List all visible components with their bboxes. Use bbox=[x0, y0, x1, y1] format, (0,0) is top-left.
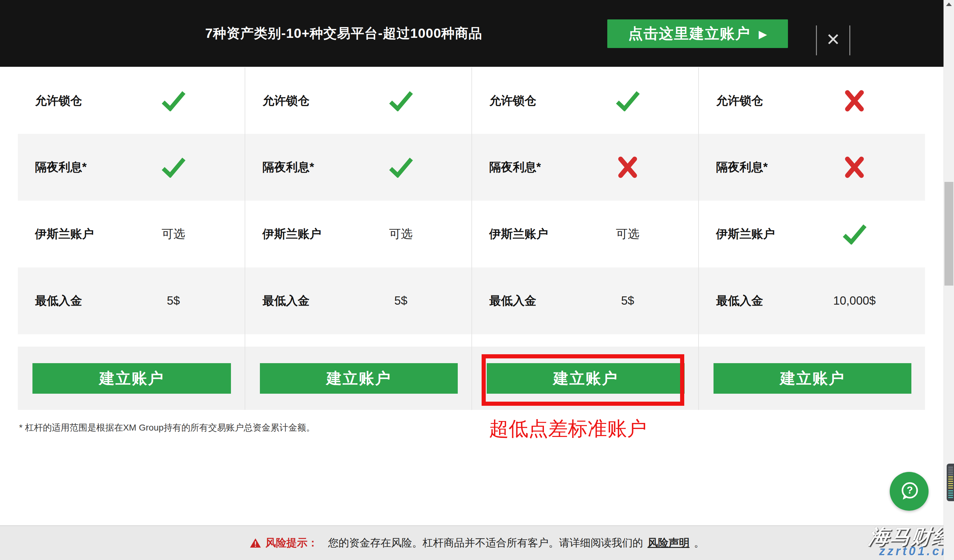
feature-label: 隔夜利息* bbox=[262, 159, 314, 175]
check-icon bbox=[388, 157, 414, 178]
warning-icon bbox=[250, 538, 261, 548]
feature-row: 隔夜利息* bbox=[699, 134, 925, 201]
feature-row: 允许锁仓 bbox=[18, 67, 245, 134]
feature-value: 5$ bbox=[167, 294, 180, 308]
check-icon bbox=[388, 90, 414, 111]
create-account-button[interactable]: 建立账户 bbox=[33, 363, 231, 394]
scroll-markers-widget[interactable] bbox=[947, 464, 954, 501]
feature-value: 可选 bbox=[162, 226, 185, 242]
feature-value: 5$ bbox=[394, 294, 407, 308]
feature-value: 10,000$ bbox=[833, 294, 876, 308]
risk-label: 风险提示： bbox=[266, 536, 318, 550]
cross-icon bbox=[845, 90, 864, 112]
feature-label: 最低入金 bbox=[489, 293, 536, 309]
feature-value bbox=[388, 90, 414, 111]
cross-icon bbox=[845, 156, 864, 178]
feature-label: 最低入金 bbox=[262, 293, 310, 309]
feature-value: 5$ bbox=[621, 294, 634, 308]
annotation-text: 超低点差标准账户 bbox=[489, 415, 647, 442]
feature-row: 伊斯兰账户 可选 bbox=[18, 201, 245, 268]
page: 7种资产类别-10+种交易平台-超过1000种商品 点击这里建立账户 ▶ ✕ 允… bbox=[0, 0, 954, 560]
row-gap bbox=[18, 334, 245, 347]
feature-label: 隔夜利息* bbox=[489, 159, 541, 175]
cta-label: 点击这里建立账户 bbox=[628, 24, 750, 44]
feature-value bbox=[845, 156, 864, 178]
row-gap bbox=[699, 334, 925, 347]
feature-row: 伊斯兰账户 bbox=[699, 201, 925, 268]
feature-label: 隔夜利息* bbox=[716, 159, 768, 175]
accounts-comparison-table: 允许锁仓 隔夜利息* 伊斯兰账户 可选 最低入金 5$ 建立账户 允许锁仓 bbox=[18, 67, 925, 410]
feature-label: 伊斯兰账户 bbox=[35, 226, 94, 242]
risk-statement-link[interactable]: 风险声明 bbox=[648, 536, 690, 550]
feature-label: 伊斯兰账户 bbox=[262, 226, 321, 242]
risk-text-end: 。 bbox=[694, 536, 705, 550]
divider bbox=[816, 25, 817, 55]
feature-row: 最低入金 5$ bbox=[245, 268, 471, 334]
account-column-2: 允许锁仓 隔夜利息* 伊斯兰账户 可选 最低入金 5$ 建立账户 bbox=[245, 67, 471, 410]
feature-value: 可选 bbox=[616, 226, 639, 242]
account-column-3: 允许锁仓 隔夜利息* 伊斯兰账户 可选 最低入金 5$ 建立账户 bbox=[471, 67, 698, 410]
feature-label: 允许锁仓 bbox=[262, 93, 310, 109]
promo-banner: 7种资产类别-10+种交易平台-超过1000种商品 点击这里建立账户 ▶ ✕ bbox=[0, 0, 954, 67]
feature-label: 最低入金 bbox=[716, 293, 763, 309]
check-icon bbox=[161, 157, 186, 178]
feature-value bbox=[161, 90, 186, 111]
feature-value bbox=[388, 157, 414, 178]
create-account-cta[interactable]: 点击这里建立账户 ▶ bbox=[607, 19, 788, 48]
banner-title: 7种资产类别-10+种交易平台-超过1000种商品 bbox=[205, 25, 482, 42]
cross-icon bbox=[618, 156, 638, 178]
feature-value bbox=[614, 90, 641, 111]
create-account-button[interactable]: 建立账户 bbox=[260, 363, 458, 394]
risk-text: 您的资金存在风险。杠杆商品并不适合所有客户。请详细阅读我们的 bbox=[328, 536, 643, 550]
feature-row: 最低入金 5$ bbox=[18, 268, 245, 334]
marker-stripes-teal bbox=[948, 490, 953, 499]
feature-row: 隔夜利息* bbox=[472, 134, 698, 201]
marker-stripes-gray bbox=[948, 467, 953, 475]
feature-row: 允许锁仓 bbox=[472, 67, 698, 134]
feature-value bbox=[618, 156, 638, 178]
feature-value bbox=[845, 90, 864, 112]
close-button[interactable]: ✕ bbox=[822, 24, 844, 55]
check-icon bbox=[161, 90, 186, 111]
help-button[interactable]: ? bbox=[890, 472, 929, 511]
feature-row: 隔夜利息* bbox=[245, 134, 471, 201]
feature-row: 伊斯兰账户 可选 bbox=[245, 201, 471, 268]
feature-row: 最低入金 5$ bbox=[472, 268, 698, 334]
feature-row: 隔夜利息* bbox=[18, 134, 245, 201]
feature-value bbox=[161, 157, 186, 178]
account-column-1: 允许锁仓 隔夜利息* 伊斯兰账户 可选 最低入金 5$ 建立账户 bbox=[18, 67, 245, 410]
feature-value: 可选 bbox=[389, 226, 413, 242]
scrollbar-thumb[interactable] bbox=[945, 182, 953, 286]
feature-label: 伊斯兰账户 bbox=[716, 226, 775, 242]
feature-label: 允许锁仓 bbox=[35, 93, 82, 109]
account-column-4: 允许锁仓 隔夜利息* 伊斯兰账户 最低入金 10,000$ 建立账户 bbox=[698, 67, 925, 410]
risk-disclaimer-bar: 风险提示： 您的资金存在风险。杠杆商品并不适合所有客户。请详细阅读我们的 风险声… bbox=[0, 525, 954, 560]
check-icon bbox=[614, 90, 641, 111]
row-gap bbox=[472, 334, 698, 347]
button-row: 建立账户 bbox=[245, 347, 471, 410]
question-bubble-icon: ? bbox=[898, 481, 920, 502]
svg-text:?: ? bbox=[907, 484, 913, 496]
create-account-button[interactable]: 建立账户 bbox=[487, 363, 684, 394]
leverage-footnote: * 杠杆的适用范围是根据在XM Group持有的所有交易账户总资金累计金额。 bbox=[19, 422, 315, 434]
divider bbox=[850, 25, 850, 55]
feature-label: 最低入金 bbox=[35, 293, 82, 309]
marker-stripes-yellow bbox=[948, 476, 953, 489]
button-row: 建立账户 bbox=[18, 347, 245, 410]
feature-value bbox=[842, 224, 867, 244]
feature-label: 允许锁仓 bbox=[716, 93, 763, 109]
row-gap bbox=[245, 334, 471, 347]
feature-label: 允许锁仓 bbox=[489, 93, 536, 109]
feature-label: 伊斯兰账户 bbox=[489, 226, 548, 242]
create-account-button[interactable]: 建立账户 bbox=[714, 363, 911, 394]
feature-label: 隔夜利息* bbox=[35, 159, 87, 175]
button-row: 建立账户 bbox=[472, 347, 698, 410]
arrow-right-icon: ▶ bbox=[759, 29, 767, 39]
check-icon bbox=[842, 224, 867, 244]
scroll-up-arrow[interactable] bbox=[946, 3, 952, 6]
feature-row: 最低入金 10,000$ bbox=[699, 268, 925, 334]
watermark-url: zzrt01.cn bbox=[879, 544, 951, 558]
close-icon: ✕ bbox=[826, 30, 840, 50]
button-row: 建立账户 bbox=[699, 347, 925, 410]
feature-row: 伊斯兰账户 可选 bbox=[472, 201, 698, 268]
